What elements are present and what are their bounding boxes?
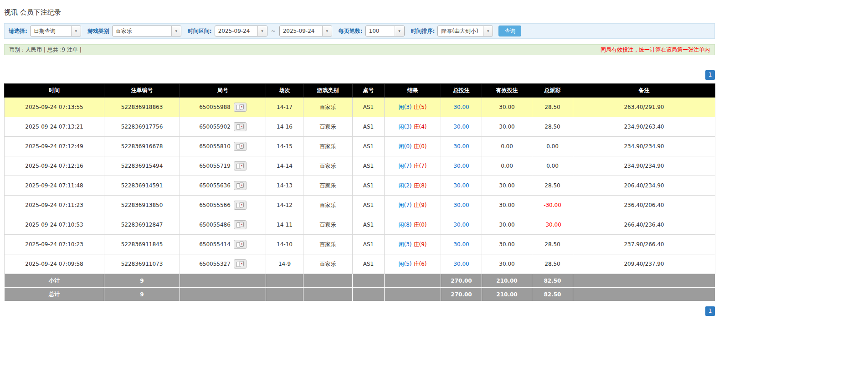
view-cards-button[interactable] <box>234 161 247 171</box>
total-bet-link[interactable]: 30.00 <box>453 163 469 169</box>
view-cards-button[interactable] <box>234 122 247 131</box>
column-header: 注单编号 <box>104 84 180 98</box>
chevron-down-icon[interactable]: ▾ <box>395 26 404 36</box>
view-cards-button[interactable] <box>234 240 247 249</box>
cell-round-id: 650055902 <box>180 117 266 137</box>
total-bet-link[interactable]: 30.00 <box>453 222 469 228</box>
cell-result: 闲(3)庄(9) <box>385 235 441 254</box>
cell-time: 2025-09-24 07:11:48 <box>5 176 104 196</box>
cell-time: 2025-09-24 07:13:55 <box>5 98 104 117</box>
cell-table-no: AS1 <box>353 235 385 254</box>
total-bet-link[interactable]: 30.00 <box>453 124 469 130</box>
valid-bet-sum: 210.00 <box>482 274 532 288</box>
date-to-select[interactable]: 2025-09-24 ▾ <box>279 26 332 36</box>
empty-cell <box>266 288 303 301</box>
table-body: 2025-09-24 07:13:55522836918863650055988… <box>5 98 715 274</box>
round-number: 650055414 <box>199 241 231 248</box>
cell-total-bet: 30.00 <box>441 117 482 137</box>
cell-result: 闲(8)庄(0) <box>385 215 441 235</box>
round-number: 650055327 <box>199 261 231 267</box>
game-type-select[interactable]: 百家乐 ▾ <box>112 26 181 36</box>
chevron-down-icon[interactable]: ▾ <box>483 26 493 36</box>
player-result: 闲(5) <box>399 261 412 267</box>
banker-result: 庄(8) <box>414 182 427 189</box>
view-cards-button[interactable] <box>234 259 247 269</box>
cell-game-type: 百家乐 <box>303 215 353 235</box>
view-cards-button[interactable] <box>234 220 247 229</box>
page-size-select[interactable]: 100 ▾ <box>365 26 405 36</box>
empty-cell <box>303 288 353 301</box>
cards-icon <box>236 261 244 267</box>
date-from-value: 2025-09-24 <box>215 26 257 36</box>
date-from-select[interactable]: 2025-09-24 ▾ <box>215 26 267 36</box>
game-type-value: 百家乐 <box>113 26 171 36</box>
view-cards-button[interactable] <box>234 201 247 210</box>
banker-result: 庄(6) <box>414 261 427 267</box>
column-header: 时间 <box>5 84 104 98</box>
page-title: 视讯 会员下注纪录 <box>4 8 715 17</box>
cards-icon <box>236 182 244 189</box>
cell-session: 14-12 <box>266 196 303 215</box>
cell-payout: 0.00 <box>532 137 573 156</box>
empty-cell <box>303 274 353 288</box>
cell-remark: 206.40/234.90 <box>573 176 715 196</box>
chevron-down-icon[interactable]: ▾ <box>171 26 181 36</box>
cell-game-type: 百家乐 <box>303 196 353 215</box>
view-cards-button[interactable] <box>234 103 247 112</box>
time-sort-select[interactable]: 降幂(由大到小) ▾ <box>437 26 493 36</box>
cell-result: 闲(0)庄(0) <box>385 137 441 156</box>
cell-result: 闲(3)庄(4) <box>385 117 441 137</box>
total-bet-sum: 270.00 <box>441 274 482 288</box>
cell-time: 2025-09-24 07:12:49 <box>5 137 104 156</box>
player-result: 闲(3) <box>399 104 412 110</box>
total-bet-link[interactable]: 30.00 <box>453 104 469 110</box>
cell-session: 14-14 <box>266 156 303 176</box>
cell-table-no: AS1 <box>353 176 385 196</box>
cell-round-id: 650055566 <box>180 196 266 215</box>
cell-time: 2025-09-24 07:09:58 <box>5 254 104 274</box>
total-count: 9 <box>104 274 180 288</box>
cell-session: 14-9 <box>266 254 303 274</box>
chevron-down-icon[interactable]: ▾ <box>322 26 332 36</box>
cell-payout: -30.00 <box>532 196 573 215</box>
empty-cell <box>180 274 266 288</box>
chevron-down-icon[interactable]: ▾ <box>71 26 81 36</box>
cell-remark: 237.90/266.40 <box>573 235 715 254</box>
time-sort-label: 时间排序: <box>411 27 435 35</box>
page-button-1[interactable]: 1 <box>705 70 715 80</box>
notice-text: 同局有效投注，统一计算在该局第一张注单内 <box>601 46 710 54</box>
cell-valid-bet: 30.00 <box>482 215 532 235</box>
search-button[interactable]: 查询 <box>498 26 521 36</box>
total-bet-link[interactable]: 30.00 <box>453 182 469 189</box>
table-header-row: 时间注单编号局号场次游戏类别桌号结果总投注有效投注总派彩备注 <box>5 84 715 98</box>
cell-session: 14-11 <box>266 215 303 235</box>
total-bet-link[interactable]: 30.00 <box>453 241 469 248</box>
round-number: 650055566 <box>199 202 231 208</box>
cards-icon <box>236 143 244 150</box>
round-number: 650055486 <box>199 222 231 228</box>
total-bet-link[interactable]: 30.00 <box>453 202 469 208</box>
cell-remark: 236.40/206.40 <box>573 196 715 215</box>
cell-result: 闲(3)庄(5) <box>385 98 441 117</box>
cell-round-id: 650055414 <box>180 235 266 254</box>
total-bet-link[interactable]: 30.00 <box>453 143 469 150</box>
total-bet-link[interactable]: 30.00 <box>453 261 469 267</box>
page-button-1[interactable]: 1 <box>705 306 715 316</box>
table-row: 2025-09-24 07:11:23522836913850650055566… <box>5 196 715 215</box>
cell-game-type: 百家乐 <box>303 254 353 274</box>
query-type-select[interactable]: 日期查询 ▾ <box>30 26 81 36</box>
round-number: 650055902 <box>199 124 231 130</box>
cell-payout: 28.50 <box>532 176 573 196</box>
cell-remark: 234.90/234.90 <box>573 137 715 156</box>
column-header: 场次 <box>266 84 303 98</box>
cell-session: 14-10 <box>266 235 303 254</box>
chevron-down-icon[interactable]: ▾ <box>257 26 267 36</box>
view-cards-button[interactable] <box>234 181 247 190</box>
cell-payout: 28.50 <box>532 254 573 274</box>
cell-remark: 263.40/291.90 <box>573 98 715 117</box>
cell-payout: 28.50 <box>532 235 573 254</box>
query-type-value: 日期查询 <box>31 26 71 36</box>
view-cards-button[interactable] <box>234 142 247 151</box>
page: 视讯 会员下注纪录 请选择: 日期查询 ▾ 游戏类别 百家乐 ▾ 时间区间: 2… <box>4 0 715 316</box>
column-header: 总派彩 <box>532 84 573 98</box>
